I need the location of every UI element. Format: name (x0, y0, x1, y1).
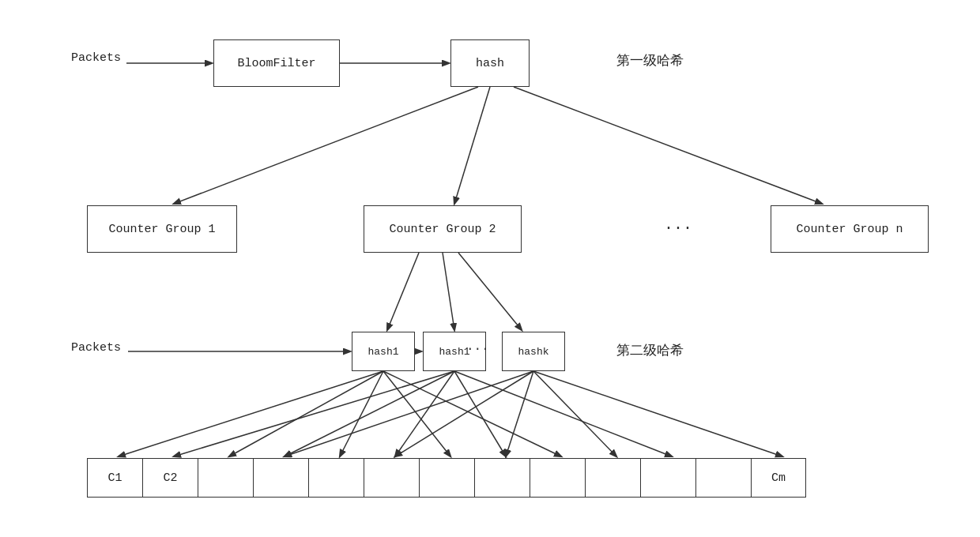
level1-hash-label: 第一级哈希 (616, 51, 684, 69)
diagram: BloomFilter hash Counter Group 1 Counter… (0, 0, 980, 537)
hash-top-box: hash (450, 39, 530, 87)
dots-top: ... (664, 216, 692, 234)
svg-line-18 (454, 371, 506, 456)
svg-line-16 (285, 371, 454, 456)
svg-line-9 (458, 253, 522, 330)
level2-hash-label: 第二级哈希 (616, 341, 684, 359)
cell-3 (253, 458, 308, 498)
svg-line-20 (285, 371, 533, 456)
cell-4 (308, 458, 364, 498)
svg-line-11 (229, 371, 383, 456)
counter-cells-row: C1 C2 Cm (87, 458, 806, 498)
cell-9 (585, 458, 640, 498)
counter-group-n-box: Counter Group n (771, 205, 929, 253)
svg-line-24 (533, 371, 782, 456)
cell-11 (695, 458, 751, 498)
svg-line-3 (454, 87, 490, 204)
hash1-a-box: hash1 (352, 332, 415, 371)
svg-line-13 (383, 371, 450, 456)
packets-mid-label: Packets (71, 341, 121, 355)
svg-line-23 (533, 371, 616, 456)
cell-12: Cm (751, 458, 806, 498)
hashk-box: hashk (502, 332, 565, 371)
bloom-filter-box: BloomFilter (213, 39, 340, 87)
cell-0: C1 (87, 458, 142, 498)
dots-hash: ... (466, 340, 489, 354)
svg-line-12 (340, 371, 383, 456)
svg-line-2 (174, 87, 478, 204)
cell-6 (419, 458, 474, 498)
cell-5 (364, 458, 419, 498)
counter-group-2-box: Counter Group 2 (364, 205, 522, 253)
cell-2 (198, 458, 253, 498)
cell-1: C2 (142, 458, 198, 498)
cell-10 (640, 458, 695, 498)
svg-line-15 (174, 371, 454, 456)
svg-line-22 (506, 371, 533, 456)
cell-7 (474, 458, 530, 498)
svg-line-10 (119, 371, 383, 456)
packets-top-label: Packets (71, 51, 121, 65)
svg-line-17 (395, 371, 454, 456)
svg-line-21 (395, 371, 533, 456)
svg-line-14 (383, 371, 561, 456)
cell-8 (530, 458, 585, 498)
svg-line-8 (443, 253, 454, 330)
svg-line-19 (454, 371, 672, 456)
svg-line-4 (514, 87, 822, 204)
svg-line-7 (387, 253, 419, 330)
counter-group-1-box: Counter Group 1 (87, 205, 237, 253)
